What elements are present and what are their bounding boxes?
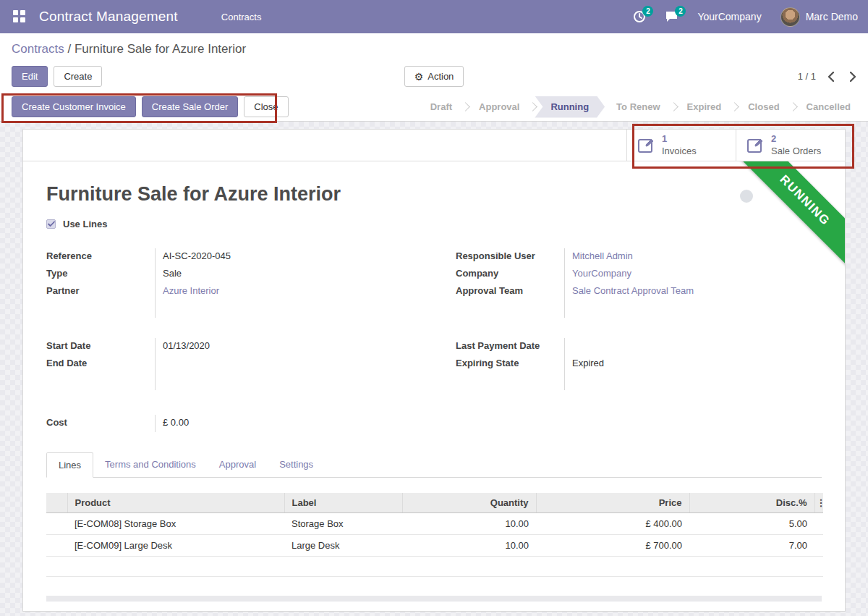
approval-team-label: Approval Team [456, 283, 564, 300]
create-button[interactable]: Create [54, 66, 102, 87]
table-row[interactable]: [E-COM08] Storage Box Storage Box 10.00 … [46, 513, 823, 535]
status-step-to-renew[interactable]: To Renew [605, 96, 671, 118]
breadcrumb-parent[interactable]: Contracts [12, 42, 64, 56]
disc-column-header[interactable]: Disc.% [689, 493, 814, 513]
use-lines-checkbox[interactable] [46, 219, 56, 229]
disc-cell[interactable]: 5.00 [689, 513, 814, 535]
create-sale-order-button[interactable]: Create Sale Order [142, 96, 239, 117]
lines-table: Product Label Quantity Price Disc.% ⋮ [E… [46, 493, 823, 577]
status-step-approval[interactable]: Approval [467, 96, 531, 118]
statusbar-row: Create Customer Invoice Create Sale Orde… [0, 93, 868, 122]
form-sheet: 1 Invoices 2 Sale Orders RUNNING Furnitu [22, 129, 846, 612]
type-value: Sale [155, 266, 412, 283]
disc-cell[interactable]: 7.00 [689, 535, 814, 557]
app-title[interactable]: Contract Management [39, 9, 178, 25]
status-step-running-active[interactable]: Running [535, 96, 605, 118]
section-divider-strip [46, 596, 822, 602]
pager-counter: 1 / 1 [798, 71, 816, 82]
user-menu[interactable]: Marc Demo [780, 7, 858, 27]
start-date-label: Start Date [46, 338, 155, 355]
sale-orders-label: Sale Orders [771, 145, 821, 157]
reference-label: Reference [46, 248, 155, 266]
action-button-label: Action [427, 71, 454, 82]
status-step-closed[interactable]: Closed [736, 96, 791, 118]
optional-columns-icon[interactable]: ⋮ [814, 493, 823, 513]
pencil-square-icon [746, 136, 765, 154]
gear-icon: ⚙ [414, 72, 424, 82]
end-date-value [155, 355, 412, 373]
status-step-expired[interactable]: Expired [676, 96, 733, 118]
tab-settings[interactable]: Settings [268, 452, 325, 478]
last-payment-date-label: Last Payment Date [456, 338, 564, 355]
pager-next-icon[interactable] [850, 72, 856, 82]
expiring-state-label: Expiring State [456, 355, 564, 373]
row-handle[interactable] [46, 513, 67, 535]
use-lines-label: Use Lines [63, 219, 107, 229]
product-column-header[interactable]: Product [67, 493, 284, 513]
pencil-square-icon [637, 136, 655, 154]
messages-icon[interactable]: 2 [665, 10, 678, 23]
tab-lines[interactable]: Lines [46, 452, 93, 478]
invoices-count: 1 [662, 133, 697, 145]
nav-menu-contracts[interactable]: Contracts [221, 12, 262, 22]
approval-team-value-link[interactable]: Sale Contract Approval Team [564, 283, 822, 300]
sale-orders-smart-button[interactable]: 2 Sale Orders [736, 130, 845, 161]
tab-approval[interactable]: Approval [208, 452, 268, 478]
status-step-draft[interactable]: Draft [419, 96, 464, 118]
close-button[interactable]: Close [244, 96, 288, 117]
start-date-value: 01/13/2020 [155, 338, 412, 355]
check-icon [48, 221, 55, 227]
top-navbar: Contract Management Contracts 2 2 YourCo… [0, 0, 868, 33]
action-button[interactable]: ⚙ Action [404, 66, 464, 87]
price-column-header[interactable]: Price [536, 493, 689, 513]
lines-table-header: Product Label Quantity Price Disc.% ⋮ [46, 493, 823, 513]
quantity-cell[interactable]: 10.00 [402, 513, 536, 535]
cost-value: £ 0.00 [155, 415, 412, 432]
expiring-state-value: Expired [564, 355, 822, 373]
row-handle[interactable] [46, 535, 67, 557]
invoices-smart-button[interactable]: 1 Invoices [626, 130, 736, 161]
last-payment-date-value [564, 338, 822, 355]
notebook-tabs: Lines Terms and Conditions Approval Sett… [46, 452, 822, 478]
main-field-group: ReferenceAI-SC-2020-045 TypeSale Partner… [46, 248, 822, 318]
create-customer-invoice-button[interactable]: Create Customer Invoice [12, 96, 136, 117]
label-cell[interactable]: Large Desk [284, 535, 402, 557]
price-cell[interactable]: £ 400.00 [536, 513, 689, 535]
invoices-label: Invoices [662, 145, 697, 157]
tab-terms-and-conditions[interactable]: Terms and Conditions [93, 452, 208, 478]
price-cell[interactable]: £ 700.00 [536, 535, 689, 557]
type-label: Type [46, 266, 155, 283]
product-cell[interactable]: [E-COM09] Large Desk [67, 535, 284, 557]
product-cell[interactable]: [E-COM08] Storage Box [67, 513, 284, 535]
apps-grid-icon[interactable] [13, 10, 26, 23]
record-title: Furniture Sale for Azure Interior [46, 183, 822, 206]
end-date-label: End Date [46, 355, 155, 373]
activity-icon[interactable]: 2 [633, 10, 646, 23]
form-view-background: 1 Invoices 2 Sale Orders RUNNING Furnitu [0, 122, 868, 616]
empty-table-row [46, 557, 823, 577]
reference-value: AI-SC-2020-045 [155, 248, 412, 266]
company-label: Company [456, 266, 564, 283]
partner-value-link[interactable]: Azure Interior [155, 283, 412, 300]
smart-button-row: 1 Invoices 2 Sale Orders [23, 130, 845, 161]
label-column-header[interactable]: Label [284, 493, 402, 513]
messages-badge: 2 [675, 6, 686, 17]
sale-orders-count: 2 [771, 133, 821, 145]
company-value-link[interactable]: YourCompany [564, 266, 822, 283]
dates-field-group: Start Date01/13/2020 End Date Last Payme… [46, 338, 822, 390]
handle-column-header [46, 493, 67, 513]
quantity-column-header[interactable]: Quantity [402, 493, 536, 513]
control-panel: Contracts / Furniture Sale for Azure Int… [0, 33, 868, 93]
company-switcher[interactable]: YourCompany [697, 11, 761, 22]
activity-badge: 2 [642, 6, 653, 17]
table-row[interactable]: [E-COM09] Large Desk Large Desk 10.00 £ … [46, 535, 823, 557]
cost-label: Cost [46, 415, 155, 432]
responsible-user-value-link[interactable]: Mitchell Admin [564, 248, 822, 266]
breadcrumb-separator: / [64, 42, 75, 56]
pager-previous-icon[interactable] [827, 72, 834, 82]
quantity-cell[interactable]: 10.00 [402, 535, 536, 557]
status-step-cancelled[interactable]: Cancelled [795, 96, 862, 118]
user-avatar [780, 7, 800, 27]
edit-button[interactable]: Edit [12, 66, 48, 87]
label-cell[interactable]: Storage Box [284, 513, 402, 535]
